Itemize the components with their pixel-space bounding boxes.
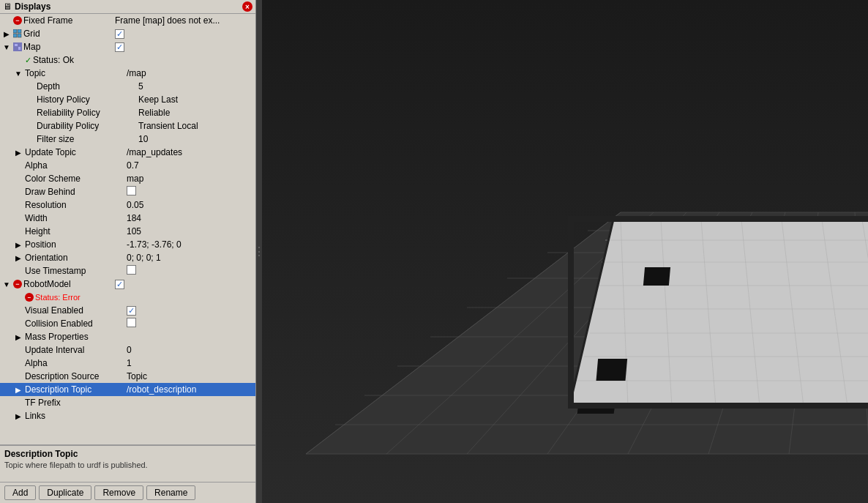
mass-properties-row[interactable]: ▶ Mass Properties — [0, 330, 255, 343]
durability-policy-row[interactable]: Durability Policy Transient Local — [0, 119, 255, 133]
map-check[interactable] — [115, 42, 124, 52]
tf-prefix-row[interactable]: TF Prefix — [0, 396, 255, 409]
map-label: Map — [23, 42, 40, 52]
height-label: Height — [25, 226, 50, 236]
position-expander[interactable]: ▶ — [13, 239, 23, 250]
grid-check[interactable] — [115, 29, 124, 39]
alpha2-value: 1 — [127, 358, 254, 368]
alpha-row[interactable]: Alpha 0.7 — [0, 159, 255, 172]
svg-rect-6 — [18, 47, 20, 50]
links-row[interactable]: ▶ Links — [0, 409, 255, 422]
draw-behind-checkbox[interactable] — [127, 186, 254, 198]
update-topic-value: /map_updates — [127, 147, 254, 157]
grid-expander[interactable]: ▶ — [1, 29, 12, 39]
fixed-frame-label-cell: − Fixed Frame — [1, 15, 115, 26]
info-description: Topic where filepath to urdf is publishe… — [4, 461, 251, 469]
robotmodel-check[interactable] — [115, 280, 124, 289]
collision-enabled-check[interactable] — [127, 318, 136, 327]
position-label: Position — [25, 239, 56, 250]
filter-size-row[interactable]: Filter size 10 — [0, 133, 255, 146]
svg-rect-50 — [568, 403, 868, 409]
orientation-label-cell: ▶ Orientation — [13, 253, 127, 263]
width-row[interactable]: Width 184 — [0, 212, 255, 225]
fixed-frame-value: Frame [map] does not ex... — [115, 15, 254, 26]
orientation-row[interactable]: ▶ Orientation 0; 0; 0; 1 — [0, 251, 255, 264]
use-timestamp-label: Use Timestamp — [25, 266, 86, 276]
color-scheme-label-cell: Color Scheme — [13, 174, 127, 184]
draw-behind-check[interactable] — [127, 186, 136, 195]
color-scheme-row[interactable]: Color Scheme map — [0, 172, 255, 185]
reliability-policy-row[interactable]: Reliability Policy Reliable — [0, 106, 255, 119]
svg-rect-3 — [18, 34, 21, 37]
grid-row[interactable]: ▶ Grid — [0, 27, 255, 40]
add-button[interactable]: Add — [4, 485, 36, 500]
visual-enabled-row[interactable]: Visual Enabled — [0, 304, 255, 317]
collision-enabled-checkbox[interactable] — [127, 318, 254, 329]
description-topic-row[interactable]: ▶ Description Topic /robot_description — [0, 383, 255, 396]
use-timestamp-row[interactable]: Use Timestamp — [0, 264, 255, 277]
history-policy-value: Keep Last — [138, 94, 254, 105]
use-timestamp-label-cell: Use Timestamp — [13, 266, 127, 276]
height-label-cell: Height — [13, 226, 127, 236]
orientation-expander[interactable]: ▶ — [13, 253, 23, 263]
resolution-row[interactable]: Resolution 0.05 — [0, 198, 255, 212]
robotmodel-checkbox[interactable] — [115, 279, 254, 289]
alpha2-label: Alpha — [25, 358, 48, 368]
rename-button[interactable]: Rename — [146, 485, 195, 500]
tree-area[interactable]: − Fixed Frame Frame [map] does not ex...… — [0, 14, 255, 445]
robotmodel-label-cell: ▼ − RobotModel — [1, 279, 115, 289]
grid-checkbox[interactable] — [115, 29, 254, 39]
use-timestamp-checkbox[interactable] — [127, 265, 254, 277]
description-topic-expander[interactable]: ▶ — [13, 384, 23, 395]
grid-label-cell: ▶ Grid — [1, 29, 115, 39]
svg-rect-5 — [15, 44, 18, 46]
duplicate-button[interactable]: Duplicate — [39, 485, 91, 500]
alpha2-row[interactable]: Alpha 1 — [0, 357, 255, 370]
visual-enabled-checkbox[interactable] — [127, 305, 254, 316]
map-checkbox[interactable] — [115, 42, 254, 52]
map-status-label-cell: ✓ Status: Ok — [13, 55, 127, 65]
update-interval-label: Update Interval — [25, 345, 84, 355]
robotmodel-status-row: − Status: Error — [0, 291, 255, 304]
links-expander[interactable]: ▶ — [13, 411, 23, 421]
collision-enabled-row[interactable]: Collision Enabled — [0, 317, 255, 330]
topic-expander[interactable]: ▼ — [13, 68, 23, 78]
orientation-value: 0; 0; 0; 1 — [127, 253, 254, 263]
position-value: -1.73; -3.76; 0 — [127, 239, 254, 250]
update-topic-expander[interactable]: ▶ — [13, 147, 23, 157]
update-topic-row[interactable]: ▶ Update Topic /map_updates — [0, 146, 255, 159]
history-policy-row[interactable]: History Policy Keep Last — [0, 93, 255, 106]
update-interval-row[interactable]: Update Interval 0 — [0, 343, 255, 357]
reliability-policy-value: Reliable — [138, 108, 254, 118]
durability-policy-value: Transient Local — [138, 121, 254, 131]
map-row[interactable]: ▼ Map — [0, 40, 255, 53]
close-button[interactable]: × — [242, 1, 252, 12]
use-timestamp-check[interactable] — [127, 265, 136, 275]
description-source-row[interactable]: Description Source Topic — [0, 370, 255, 383]
robotmodel-expander[interactable]: ▼ — [1, 279, 12, 289]
topic-label: Topic — [25, 68, 45, 78]
topic-row[interactable]: ▼ Topic /map — [0, 67, 255, 80]
robotmodel-row[interactable]: ▼ − RobotModel — [0, 277, 255, 291]
panel-divider[interactable]: ⋮ — [256, 0, 262, 503]
visual-enabled-check[interactable] — [127, 306, 136, 316]
ok-icon: ✓ — [25, 56, 31, 65]
title-bar: 🖥 Displays × — [0, 0, 255, 14]
map-expander[interactable]: ▼ — [1, 42, 12, 52]
depth-value: 5 — [138, 81, 254, 92]
remove-button[interactable]: Remove — [94, 485, 143, 500]
position-row[interactable]: ▶ Position -1.73; -3.76; 0 — [0, 238, 255, 251]
mass-properties-expander[interactable]: ▶ — [13, 332, 23, 342]
update-interval-label-cell: Update Interval — [13, 345, 127, 355]
position-label-cell: ▶ Position — [13, 239, 127, 250]
height-row[interactable]: Height 105 — [0, 225, 255, 238]
fixed-frame-row[interactable]: − Fixed Frame Frame [map] does not ex... — [0, 14, 255, 27]
title-bar-left: 🖥 Displays — [3, 1, 50, 12]
grid-label: Grid — [23, 29, 40, 39]
robotmodel-label: RobotModel — [23, 279, 71, 289]
robotmodel-status-label-cell: − Status: Error — [13, 293, 127, 302]
draw-behind-row[interactable]: Draw Behind — [0, 185, 255, 198]
depth-row[interactable]: Depth 5 — [0, 80, 255, 93]
collision-enabled-label-cell: Collision Enabled — [13, 318, 127, 329]
svg-rect-4 — [13, 42, 22, 51]
